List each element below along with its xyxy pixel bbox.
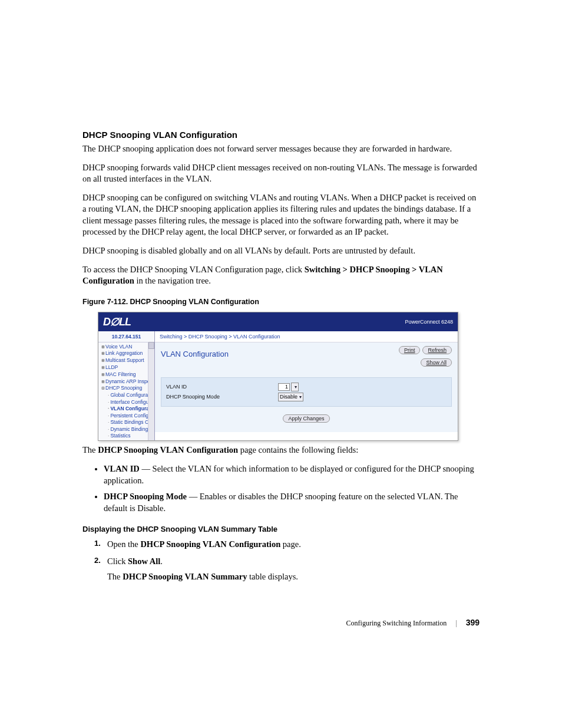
paragraph-5-pre: To access the DHCP Snooping VLAN Configu… <box>82 265 305 274</box>
list-item: VLAN ID — Select the VLAN for which info… <box>104 463 480 486</box>
paragraph-5-post: in the navigation tree. <box>134 276 211 285</box>
text: page. <box>280 539 301 549</box>
text: The <box>82 445 98 454</box>
field-desc: — Select the VLAN for which information … <box>104 464 474 485</box>
nav-item[interactable]: ⊞Voice VLAN <box>100 344 154 351</box>
step-number: 2. <box>94 555 101 566</box>
step-number: 1. <box>94 538 101 549</box>
snooping-mode-value: Disable <box>280 394 297 400</box>
snooping-mode-select[interactable]: Disable▾ <box>278 393 303 401</box>
after-figure-text: The DHCP Snooping VLAN Configuration pag… <box>82 444 480 456</box>
text: Click <box>107 556 128 566</box>
page-footer: Configuring Switching Information | 399 <box>82 618 480 628</box>
app-header: D∅LL PowerConnect 6248 <box>98 312 458 331</box>
vlan-id-input[interactable]: 1 <box>278 383 290 391</box>
nav-tree[interactable]: 10.27.64.151 ⊞Voice VLAN ⊞Link Aggregati… <box>98 331 155 441</box>
text: table displays. <box>247 572 298 581</box>
nav-item[interactable]: ⊞Multicast Support <box>100 357 154 364</box>
nav-item-label: LLDP <box>105 364 118 370</box>
nav-item[interactable]: ⊞LLDP <box>100 364 154 371</box>
nav-item[interactable]: ⊞Link Aggregation <box>100 350 154 357</box>
page-name-bold: DHCP Snooping VLAN Configuration <box>98 445 238 454</box>
nav-item-label: Dynamic ARP Inspe <box>105 378 150 384</box>
button-ref-bold: Show All <box>128 556 160 566</box>
paragraph-2: DHCP snooping forwards valid DHCP client… <box>82 162 480 185</box>
page-ref-bold: DHCP Snooping VLAN Configuration <box>140 539 280 549</box>
field-term: DHCP Snooping Mode <box>104 492 187 501</box>
text: . <box>160 556 163 566</box>
paragraph-5: To access the DHCP Snooping VLAN Configu… <box>82 264 480 287</box>
show-all-button[interactable]: Show All <box>421 358 452 367</box>
content-pane: Switching > DHCP Snooping > VLAN Configu… <box>155 331 458 441</box>
nav-scrollbar[interactable] <box>148 342 154 441</box>
section-heading: DHCP Snooping VLAN Configuration <box>82 130 480 140</box>
chevron-down-icon: ▾ <box>299 394 302 400</box>
footer-section: Configuring Switching Information <box>346 619 447 627</box>
step-2-result: The DHCP Snooping VLAN Summary table dis… <box>107 571 480 582</box>
apply-changes-button[interactable]: Apply Changes <box>283 414 329 423</box>
nav-item-label: DHCP Snooping <box>105 385 142 391</box>
nav-item-label: Link Aggregation <box>105 350 143 356</box>
snooping-mode-label: DHCP Snooping Mode <box>166 394 278 400</box>
nav-item-dhcp-snooping[interactable]: ⊟DHCP Snooping <box>100 385 154 392</box>
config-panel: VLAN ID 1 ▾ DHCP Snooping Mode Disable▾ <box>161 377 452 407</box>
product-name: PowerConnect 6248 <box>405 319 453 325</box>
step-1: 1. Open the DHCP Snooping VLAN Configura… <box>94 538 480 550</box>
paragraph-3: DHCP snooping can be configured on switc… <box>82 192 480 238</box>
sub-heading: Displaying the DHCP Snooping VLAN Summar… <box>82 525 480 533</box>
dell-logo: D∅LL <box>103 315 131 328</box>
vlan-id-label: VLAN ID <box>166 384 278 390</box>
breadcrumb[interactable]: Switching > DHCP Snooping > VLAN Configu… <box>155 331 458 342</box>
print-button[interactable]: Print <box>399 346 421 354</box>
refresh-button[interactable]: Refresh <box>422 346 452 354</box>
nav-item[interactable]: ⊞Dynamic ARP Inspe <box>100 378 154 386</box>
footer-separator: | <box>455 619 457 627</box>
field-list: VLAN ID — Select the VLAN for which info… <box>82 463 480 514</box>
list-item: DHCP Snooping Mode — Enables or disables… <box>104 491 480 514</box>
text: The <box>107 572 123 581</box>
nav-item-label: MAC Filtering <box>105 371 135 377</box>
text: page contains the following fields: <box>238 445 358 454</box>
chevron-down-icon: ▾ <box>295 384 297 390</box>
paragraph-1: The DHCP snooping application does not f… <box>82 143 480 155</box>
paragraph-4: DHCP snooping is disabled globally and o… <box>82 245 480 257</box>
scrollbar-thumb[interactable] <box>148 342 154 349</box>
vlan-id-dropdown[interactable]: ▾ <box>291 383 299 391</box>
steps-list: 1. Open the DHCP Snooping VLAN Configura… <box>82 538 480 582</box>
step-2: 2. Click Show All. The DHCP Snooping VLA… <box>94 555 480 583</box>
nav-item[interactable]: ⊞MAC Filtering <box>100 371 154 378</box>
nav-item-label: Voice VLAN <box>105 344 132 350</box>
field-term: VLAN ID <box>104 464 140 473</box>
figure-caption: Figure 7-112. DHCP Snooping VLAN Configu… <box>82 298 480 306</box>
text: Open the <box>107 539 140 549</box>
table-ref-bold: DHCP Snooping VLAN Summary <box>123 572 247 581</box>
embedded-screenshot: D∅LL PowerConnect 6248 10.27.64.151 ⊞Voi… <box>98 312 458 442</box>
device-ip: 10.27.64.151 <box>98 331 154 342</box>
page-number: 399 <box>466 618 480 627</box>
nav-item-label: Multicast Support <box>105 357 144 363</box>
